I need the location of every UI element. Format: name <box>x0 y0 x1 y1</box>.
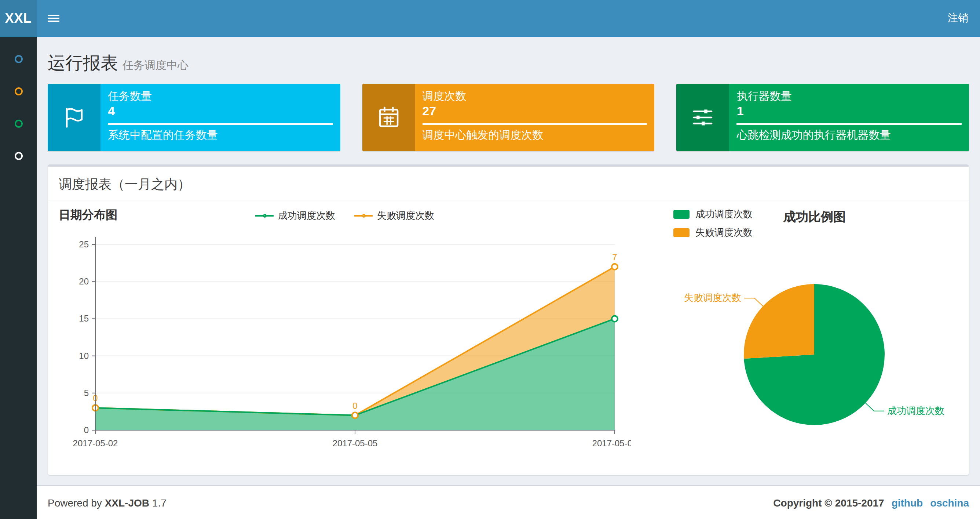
panel-body: 日期分布图 成功调度次数 失败调度次数 <box>48 200 969 475</box>
content: 运行报表任务调度中心 任务数量 4 系统中配置的任务数量 <box>37 37 980 485</box>
main-area: 运行报表任务调度中心 任务数量 4 系统中配置的任务数量 <box>37 37 980 519</box>
info-box-content: 任务数量 4 系统中配置的任务数量 <box>100 84 340 151</box>
sidebar-item-2[interactable] <box>0 75 37 107</box>
info-box-value: 27 <box>422 104 647 119</box>
y-tick-label: 15 <box>79 313 89 323</box>
info-box-triggers: 调度次数 27 调度中心触发的调度次数 <box>362 84 654 151</box>
sidebar-item-1[interactable] <box>0 43 37 75</box>
fail-point <box>612 264 617 270</box>
circle-icon <box>14 119 22 127</box>
info-box-value: 4 <box>108 104 332 119</box>
page-subtitle: 任务调度中心 <box>123 59 189 71</box>
panel-header: 调度报表（一月之内） <box>48 167 969 200</box>
info-box-description: 系统中配置的任务数量 <box>108 128 332 142</box>
app-logo[interactable]: XXL <box>0 0 37 37</box>
circle-icon <box>14 55 22 63</box>
sidebar <box>0 37 37 519</box>
info-box-description: 调度中心触发的调度次数 <box>422 128 647 142</box>
y-tick-label: 20 <box>79 276 89 286</box>
sliders-icon <box>677 84 730 151</box>
page-title: 运行报表任务调度中心 <box>48 44 969 84</box>
info-box-row: 任务数量 4 系统中配置的任务数量 <box>48 84 969 151</box>
pie-label: 成功调度次数 <box>887 405 944 416</box>
progress-bar <box>737 123 962 125</box>
footer-copyright: Copyright © 2015-2017githuboschina <box>773 497 969 508</box>
info-box-title: 执行器数量 <box>737 89 962 104</box>
line-chart-canvas: 00705101520252017-05-022017-05-052017-05… <box>59 228 631 463</box>
x-tick-label: 2017-05-05 <box>332 438 378 448</box>
date-distribution-chart: 日期分布图 成功调度次数 失败调度次数 <box>59 208 631 466</box>
line-chart-title: 日期分布图 <box>59 209 118 221</box>
legend-item-success[interactable]: 成功调度次数 <box>255 209 335 222</box>
line-chart-header: 日期分布图 成功调度次数 失败调度次数 <box>59 208 631 228</box>
progress-bar <box>108 123 332 125</box>
calendar-icon <box>362 84 415 151</box>
report-panel: 调度报表（一月之内） 日期分布图 成功调度次数 <box>48 164 969 475</box>
info-box-title: 调度次数 <box>422 89 647 104</box>
info-box-executors: 执行器数量 1 心跳检测成功的执行器机器数量 <box>677 84 969 151</box>
y-tick-label: 5 <box>84 388 89 398</box>
y-tick-label: 0 <box>84 425 89 435</box>
pie-label-line <box>864 402 884 411</box>
logout-link[interactable]: 注销 <box>936 0 980 37</box>
xxl-job-dashboard: XXL 注销 运行报表任务调度中心 <box>0 0 980 519</box>
oschina-link[interactable]: oschina <box>930 497 969 508</box>
circle-icon <box>14 152 22 160</box>
y-tick-label: 10 <box>79 351 89 361</box>
info-box-description: 心跳检测成功的执行器机器数量 <box>737 128 962 142</box>
info-box-jobs: 任务数量 4 系统中配置的任务数量 <box>48 84 340 151</box>
success-ratio-chart: 成功调度次数 失败调度次数 成功比例图 成功调度次数失败调度次数 <box>631 208 958 465</box>
circle-icon <box>14 87 22 95</box>
success-point <box>612 316 617 321</box>
footer: Powered by XXL-JOB 1.7 Copyright © 2015-… <box>37 485 980 519</box>
sidebar-toggle-button[interactable] <box>37 0 70 37</box>
legend-line-marker <box>255 215 274 217</box>
fail-point <box>352 412 358 418</box>
pie-chart-canvas: 成功调度次数失败调度次数 <box>631 208 958 465</box>
flag-icon <box>48 84 100 151</box>
footer-brand: XXL-JOB <box>105 497 149 508</box>
panel-title: 调度报表（一月之内） <box>59 177 191 192</box>
pie-slice <box>744 284 814 359</box>
legend-label: 失败调度次数 <box>377 209 434 222</box>
footer-version: 1.7 <box>152 497 167 508</box>
info-box-content: 调度次数 27 调度中心触发的调度次数 <box>415 84 654 151</box>
top-navbar: XXL 注销 <box>0 0 980 37</box>
hamburger-icon <box>47 13 59 24</box>
y-tick-label: 25 <box>79 239 89 249</box>
github-link[interactable]: github <box>892 497 923 508</box>
legend-item-fail[interactable]: 失败调度次数 <box>354 209 434 222</box>
info-box-title: 任务数量 <box>108 89 332 104</box>
legend-line-marker <box>354 215 372 217</box>
legend-label: 成功调度次数 <box>278 209 335 222</box>
fail-point-label: 0 <box>352 401 357 411</box>
line-chart-legend: 成功调度次数 失败调度次数 <box>255 209 434 222</box>
footer-powered-by: Powered by XXL-JOB 1.7 <box>48 497 167 508</box>
sidebar-item-4[interactable] <box>0 139 37 172</box>
sidebar-item-3[interactable] <box>0 107 37 139</box>
info-box-content: 执行器数量 1 心跳检测成功的执行器机器数量 <box>730 84 969 151</box>
content-header: 运行报表任务调度中心 <box>48 44 969 84</box>
pie-label: 失败调度次数 <box>684 292 741 303</box>
fail-point-label: 7 <box>612 252 617 262</box>
x-tick-label: 2017-05-08 <box>592 438 631 448</box>
info-box-value: 1 <box>737 104 962 119</box>
pie-label-line <box>744 298 764 307</box>
x-tick-label: 2017-05-02 <box>73 438 118 448</box>
progress-bar <box>422 123 647 125</box>
